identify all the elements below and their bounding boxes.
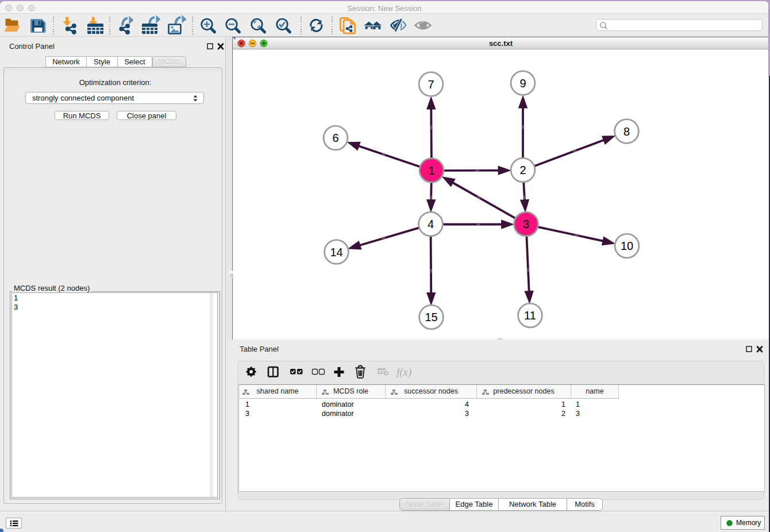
svg-text:f(x): f(x) [396,366,411,379]
svg-text:10: 10 [621,240,633,252]
svg-text:8: 8 [623,125,630,137]
svg-text:7: 7 [428,78,434,90]
svg-text:9: 9 [519,76,526,89]
svg-text:1: 1 [428,164,434,176]
svg-text:4: 4 [428,218,434,230]
svg-text:3: 3 [523,218,529,230]
svg-text:6: 6 [332,132,338,144]
svg-text:2: 2 [519,164,526,176]
svg-text:14: 14 [330,245,342,258]
svg-text:11: 11 [524,309,536,322]
svg-text:15: 15 [425,311,437,323]
